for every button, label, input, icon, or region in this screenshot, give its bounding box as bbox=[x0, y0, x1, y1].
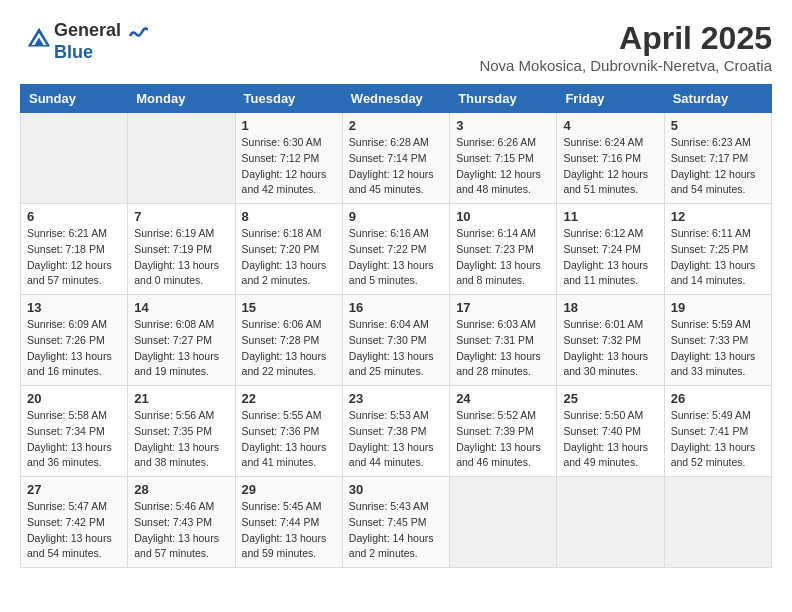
day-number: 20 bbox=[27, 391, 121, 406]
title-section: April 2025 Nova Mokosica, Dubrovnik-Nere… bbox=[479, 20, 772, 74]
day-number: 10 bbox=[456, 209, 550, 224]
day-info: Sunrise: 5:56 AM Sunset: 7:35 PM Dayligh… bbox=[134, 408, 228, 471]
day-of-week-header: Sunday bbox=[21, 85, 128, 113]
day-info: Sunrise: 6:09 AM Sunset: 7:26 PM Dayligh… bbox=[27, 317, 121, 380]
calendar-day-cell bbox=[664, 477, 771, 568]
day-of-week-header: Thursday bbox=[450, 85, 557, 113]
calendar-header-row: SundayMondayTuesdayWednesdayThursdayFrid… bbox=[21, 85, 772, 113]
day-number: 28 bbox=[134, 482, 228, 497]
calendar-week-row: 1Sunrise: 6:30 AM Sunset: 7:12 PM Daylig… bbox=[21, 113, 772, 204]
day-number: 23 bbox=[349, 391, 443, 406]
calendar-day-cell: 1Sunrise: 6:30 AM Sunset: 7:12 PM Daylig… bbox=[235, 113, 342, 204]
calendar-day-cell: 2Sunrise: 6:28 AM Sunset: 7:14 PM Daylig… bbox=[342, 113, 449, 204]
day-number: 11 bbox=[563, 209, 657, 224]
day-number: 17 bbox=[456, 300, 550, 315]
calendar-day-cell: 8Sunrise: 6:18 AM Sunset: 7:20 PM Daylig… bbox=[235, 204, 342, 295]
day-number: 5 bbox=[671, 118, 765, 133]
day-of-week-header: Monday bbox=[128, 85, 235, 113]
month-year-title: April 2025 bbox=[479, 20, 772, 57]
day-info: Sunrise: 5:58 AM Sunset: 7:34 PM Dayligh… bbox=[27, 408, 121, 471]
calendar-day-cell: 18Sunrise: 6:01 AM Sunset: 7:32 PM Dayli… bbox=[557, 295, 664, 386]
day-number: 2 bbox=[349, 118, 443, 133]
calendar-day-cell: 30Sunrise: 5:43 AM Sunset: 7:45 PM Dayli… bbox=[342, 477, 449, 568]
calendar-day-cell: 3Sunrise: 6:26 AM Sunset: 7:15 PM Daylig… bbox=[450, 113, 557, 204]
calendar-day-cell bbox=[128, 113, 235, 204]
calendar-day-cell: 17Sunrise: 6:03 AM Sunset: 7:31 PM Dayli… bbox=[450, 295, 557, 386]
day-info: Sunrise: 5:50 AM Sunset: 7:40 PM Dayligh… bbox=[563, 408, 657, 471]
day-info: Sunrise: 5:59 AM Sunset: 7:33 PM Dayligh… bbox=[671, 317, 765, 380]
calendar-day-cell: 20Sunrise: 5:58 AM Sunset: 7:34 PM Dayli… bbox=[21, 386, 128, 477]
day-info: Sunrise: 6:08 AM Sunset: 7:27 PM Dayligh… bbox=[134, 317, 228, 380]
calendar-day-cell: 5Sunrise: 6:23 AM Sunset: 7:17 PM Daylig… bbox=[664, 113, 771, 204]
day-number: 6 bbox=[27, 209, 121, 224]
logo-text-general: General bbox=[54, 20, 121, 40]
day-number: 19 bbox=[671, 300, 765, 315]
page-header: General Blue April 2025 Nova Mokosica, D… bbox=[20, 20, 772, 74]
calendar-day-cell: 12Sunrise: 6:11 AM Sunset: 7:25 PM Dayli… bbox=[664, 204, 771, 295]
calendar-day-cell: 22Sunrise: 5:55 AM Sunset: 7:36 PM Dayli… bbox=[235, 386, 342, 477]
day-number: 24 bbox=[456, 391, 550, 406]
day-info: Sunrise: 5:55 AM Sunset: 7:36 PM Dayligh… bbox=[242, 408, 336, 471]
day-of-week-header: Saturday bbox=[664, 85, 771, 113]
calendar-day-cell: 23Sunrise: 5:53 AM Sunset: 7:38 PM Dayli… bbox=[342, 386, 449, 477]
day-info: Sunrise: 6:18 AM Sunset: 7:20 PM Dayligh… bbox=[242, 226, 336, 289]
day-number: 4 bbox=[563, 118, 657, 133]
calendar-table: SundayMondayTuesdayWednesdayThursdayFrid… bbox=[20, 84, 772, 568]
calendar-day-cell: 11Sunrise: 6:12 AM Sunset: 7:24 PM Dayli… bbox=[557, 204, 664, 295]
logo-text-blue: Blue bbox=[54, 42, 148, 63]
day-info: Sunrise: 6:19 AM Sunset: 7:19 PM Dayligh… bbox=[134, 226, 228, 289]
calendar-day-cell: 24Sunrise: 5:52 AM Sunset: 7:39 PM Dayli… bbox=[450, 386, 557, 477]
day-number: 30 bbox=[349, 482, 443, 497]
logo: General Blue bbox=[20, 20, 148, 63]
calendar-day-cell: 21Sunrise: 5:56 AM Sunset: 7:35 PM Dayli… bbox=[128, 386, 235, 477]
day-number: 22 bbox=[242, 391, 336, 406]
calendar-day-cell: 19Sunrise: 5:59 AM Sunset: 7:33 PM Dayli… bbox=[664, 295, 771, 386]
calendar-day-cell: 25Sunrise: 5:50 AM Sunset: 7:40 PM Dayli… bbox=[557, 386, 664, 477]
day-info: Sunrise: 6:26 AM Sunset: 7:15 PM Dayligh… bbox=[456, 135, 550, 198]
day-info: Sunrise: 6:23 AM Sunset: 7:17 PM Dayligh… bbox=[671, 135, 765, 198]
day-info: Sunrise: 6:28 AM Sunset: 7:14 PM Dayligh… bbox=[349, 135, 443, 198]
day-number: 3 bbox=[456, 118, 550, 133]
day-number: 9 bbox=[349, 209, 443, 224]
calendar-day-cell bbox=[450, 477, 557, 568]
calendar-day-cell: 29Sunrise: 5:45 AM Sunset: 7:44 PM Dayli… bbox=[235, 477, 342, 568]
calendar-day-cell: 10Sunrise: 6:14 AM Sunset: 7:23 PM Dayli… bbox=[450, 204, 557, 295]
day-info: Sunrise: 5:45 AM Sunset: 7:44 PM Dayligh… bbox=[242, 499, 336, 562]
day-info: Sunrise: 5:43 AM Sunset: 7:45 PM Dayligh… bbox=[349, 499, 443, 562]
day-info: Sunrise: 6:21 AM Sunset: 7:18 PM Dayligh… bbox=[27, 226, 121, 289]
calendar-day-cell bbox=[557, 477, 664, 568]
logo-wave-icon bbox=[128, 22, 148, 42]
day-info: Sunrise: 6:04 AM Sunset: 7:30 PM Dayligh… bbox=[349, 317, 443, 380]
calendar-week-row: 6Sunrise: 6:21 AM Sunset: 7:18 PM Daylig… bbox=[21, 204, 772, 295]
day-number: 7 bbox=[134, 209, 228, 224]
day-number: 8 bbox=[242, 209, 336, 224]
day-info: Sunrise: 6:06 AM Sunset: 7:28 PM Dayligh… bbox=[242, 317, 336, 380]
calendar-week-row: 20Sunrise: 5:58 AM Sunset: 7:34 PM Dayli… bbox=[21, 386, 772, 477]
day-number: 21 bbox=[134, 391, 228, 406]
day-info: Sunrise: 6:30 AM Sunset: 7:12 PM Dayligh… bbox=[242, 135, 336, 198]
day-info: Sunrise: 6:24 AM Sunset: 7:16 PM Dayligh… bbox=[563, 135, 657, 198]
day-info: Sunrise: 6:12 AM Sunset: 7:24 PM Dayligh… bbox=[563, 226, 657, 289]
calendar-week-row: 13Sunrise: 6:09 AM Sunset: 7:26 PM Dayli… bbox=[21, 295, 772, 386]
day-info: Sunrise: 5:52 AM Sunset: 7:39 PM Dayligh… bbox=[456, 408, 550, 471]
day-info: Sunrise: 6:14 AM Sunset: 7:23 PM Dayligh… bbox=[456, 226, 550, 289]
day-info: Sunrise: 6:16 AM Sunset: 7:22 PM Dayligh… bbox=[349, 226, 443, 289]
day-number: 13 bbox=[27, 300, 121, 315]
calendar-day-cell: 14Sunrise: 6:08 AM Sunset: 7:27 PM Dayli… bbox=[128, 295, 235, 386]
calendar-day-cell: 28Sunrise: 5:46 AM Sunset: 7:43 PM Dayli… bbox=[128, 477, 235, 568]
day-of-week-header: Tuesday bbox=[235, 85, 342, 113]
calendar-day-cell bbox=[21, 113, 128, 204]
day-number: 25 bbox=[563, 391, 657, 406]
day-info: Sunrise: 5:46 AM Sunset: 7:43 PM Dayligh… bbox=[134, 499, 228, 562]
day-number: 15 bbox=[242, 300, 336, 315]
day-number: 27 bbox=[27, 482, 121, 497]
day-info: Sunrise: 5:49 AM Sunset: 7:41 PM Dayligh… bbox=[671, 408, 765, 471]
day-info: Sunrise: 5:47 AM Sunset: 7:42 PM Dayligh… bbox=[27, 499, 121, 562]
day-info: Sunrise: 5:53 AM Sunset: 7:38 PM Dayligh… bbox=[349, 408, 443, 471]
calendar-day-cell: 13Sunrise: 6:09 AM Sunset: 7:26 PM Dayli… bbox=[21, 295, 128, 386]
day-info: Sunrise: 6:01 AM Sunset: 7:32 PM Dayligh… bbox=[563, 317, 657, 380]
calendar-day-cell: 6Sunrise: 6:21 AM Sunset: 7:18 PM Daylig… bbox=[21, 204, 128, 295]
day-number: 26 bbox=[671, 391, 765, 406]
day-info: Sunrise: 6:03 AM Sunset: 7:31 PM Dayligh… bbox=[456, 317, 550, 380]
day-number: 16 bbox=[349, 300, 443, 315]
